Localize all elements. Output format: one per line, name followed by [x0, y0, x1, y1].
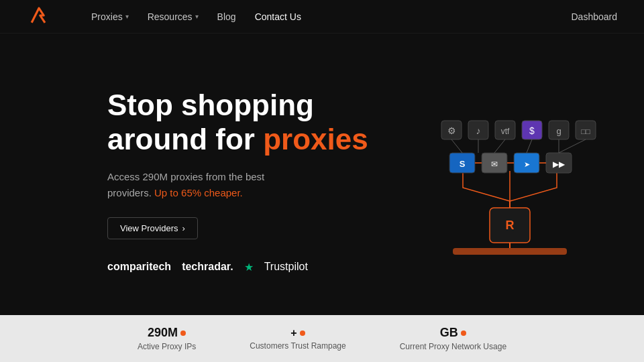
- stat-dot-icon: [180, 330, 186, 336]
- svg-text:$: $: [529, 125, 535, 136]
- trustpilot-logo: Trustpilot: [264, 261, 308, 273]
- svg-line-31: [559, 139, 586, 153]
- stat-network: GB Current Proxy Network Usage: [400, 326, 506, 351]
- hero-subtext: Access 290M proxies from the best provid…: [107, 169, 376, 201]
- hero-heading: Stop shopping around for proxies: [107, 88, 376, 156]
- stat-active-ips: 290M Active Proxy IPs: [138, 326, 196, 351]
- svg-line-28: [494, 139, 505, 153]
- stat-network-label: Current Proxy Network Usage: [400, 342, 506, 351]
- stats-bar: 290M Active Proxy IPs + Customers Trust …: [0, 315, 644, 362]
- chevron-down-icon: ▾: [125, 13, 129, 20]
- hero-section: Stop shopping around for proxies Access …: [0, 34, 644, 315]
- nav-contact[interactable]: Contact Us: [255, 11, 301, 22]
- svg-text:▶▶: ▶▶: [553, 160, 566, 169]
- stat-dot-icon: [461, 330, 466, 336]
- navigation: Proxies ▾ Resources ▾ Blog Contact Us Da…: [0, 0, 644, 34]
- trust-logos: comparitech techradar. ★ Trustpilot: [107, 261, 376, 274]
- arrow-icon: ›: [182, 223, 184, 233]
- nav-blog[interactable]: Blog: [217, 11, 236, 22]
- svg-text:vtf: vtf: [501, 127, 510, 136]
- svg-text:✉: ✉: [491, 160, 498, 169]
- svg-line-29: [527, 139, 532, 153]
- stat-customers-label: Customers Trust Rampage: [250, 341, 345, 351]
- chevron-down-icon: ▾: [195, 13, 199, 20]
- stat-dot-icon: [300, 330, 305, 336]
- svg-text:♪: ♪: [476, 125, 481, 136]
- svg-line-26: [451, 139, 462, 153]
- svg-text:R: R: [506, 219, 515, 232]
- nav-resources[interactable]: Resources ▾: [148, 11, 199, 22]
- svg-text:g: g: [556, 126, 561, 136]
- techradar-logo: techradar.: [182, 261, 233, 273]
- nav-dashboard[interactable]: Dashboard: [572, 11, 618, 22]
- trustpilot-star-icon: ★: [244, 261, 254, 274]
- stat-ips-number: 290M: [148, 326, 186, 340]
- stat-ips-label: Active Proxy IPs: [138, 342, 196, 351]
- svg-text:⚙: ⚙: [447, 125, 456, 136]
- comparit-logo: comparitech: [107, 261, 171, 273]
- stat-customers: + Customers Trust Rampage: [250, 327, 345, 351]
- svg-text:S: S: [460, 159, 466, 169]
- svg-text:□□: □□: [581, 127, 590, 135]
- stat-network-number: GB: [440, 326, 466, 340]
- view-providers-button[interactable]: View Providers ›: [107, 217, 198, 239]
- svg-rect-0: [453, 248, 567, 255]
- hero-content: Stop shopping around for proxies Access …: [107, 88, 376, 273]
- svg-text:➤: ➤: [524, 160, 530, 168]
- nav-proxies[interactable]: Proxies ▾: [91, 11, 129, 22]
- hero-diagram: R S ✉ ➤ ▶▶ ⚙ ♪: [416, 54, 604, 282]
- nav-links: Proxies ▾ Resources ▾ Blog Contact Us: [91, 11, 572, 22]
- stat-customers-number: +: [290, 327, 305, 339]
- logo[interactable]: [27, 3, 51, 30]
